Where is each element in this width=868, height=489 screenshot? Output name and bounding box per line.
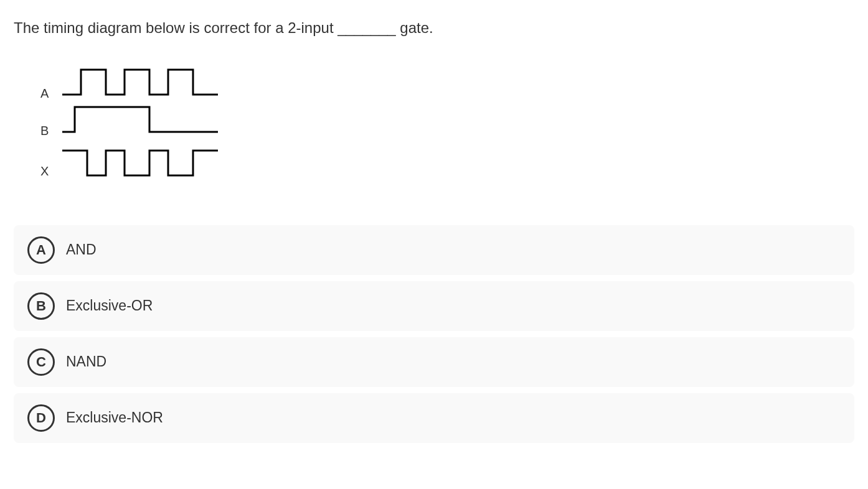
option-text-c: NAND — [66, 353, 106, 370]
signal-waveform-a — [62, 70, 218, 95]
timing-diagram: A B X — [25, 63, 237, 194]
question-text: The timing diagram below is correct for … — [14, 17, 854, 39]
option-b[interactable]: B Exclusive-OR — [14, 281, 854, 331]
option-c[interactable]: C NAND — [14, 337, 854, 387]
option-letter-c: C — [27, 348, 55, 376]
option-letter-a: A — [27, 236, 55, 264]
option-letter-b: B — [27, 292, 55, 320]
signal-label-a: A — [40, 86, 49, 100]
option-text-d: Exclusive-NOR — [66, 409, 163, 426]
signal-waveform-b — [62, 107, 218, 132]
signal-label-b: B — [40, 124, 49, 137]
option-d[interactable]: D Exclusive-NOR — [14, 393, 854, 443]
timing-diagram-container: A B X — [25, 63, 854, 194]
signal-waveform-x — [62, 151, 218, 175]
signal-label-x: X — [40, 164, 49, 178]
option-a[interactable]: A AND — [14, 225, 854, 275]
option-letter-d: D — [27, 404, 55, 432]
option-text-b: Exclusive-OR — [66, 297, 153, 314]
option-text-a: AND — [66, 241, 97, 258]
options-list: A AND B Exclusive-OR C NAND D Exclusive-… — [14, 225, 854, 443]
